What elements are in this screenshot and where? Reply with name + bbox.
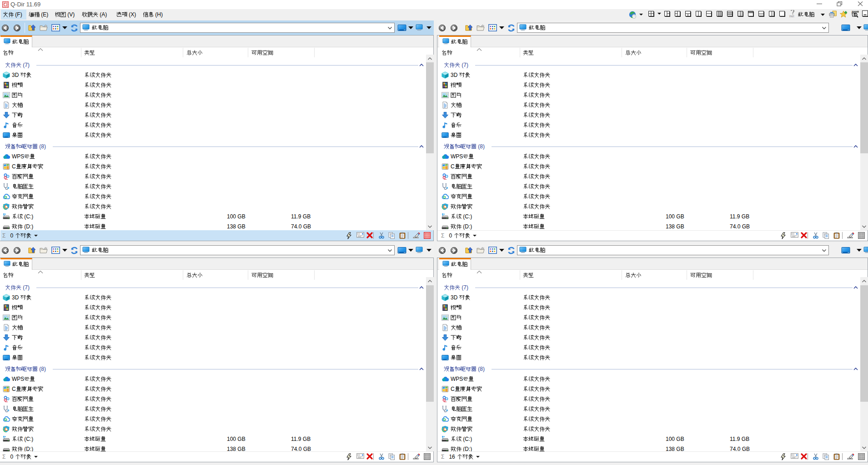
svg-text:zoom: zoom xyxy=(852,10,859,13)
svg-text:inet: inet xyxy=(789,15,794,18)
